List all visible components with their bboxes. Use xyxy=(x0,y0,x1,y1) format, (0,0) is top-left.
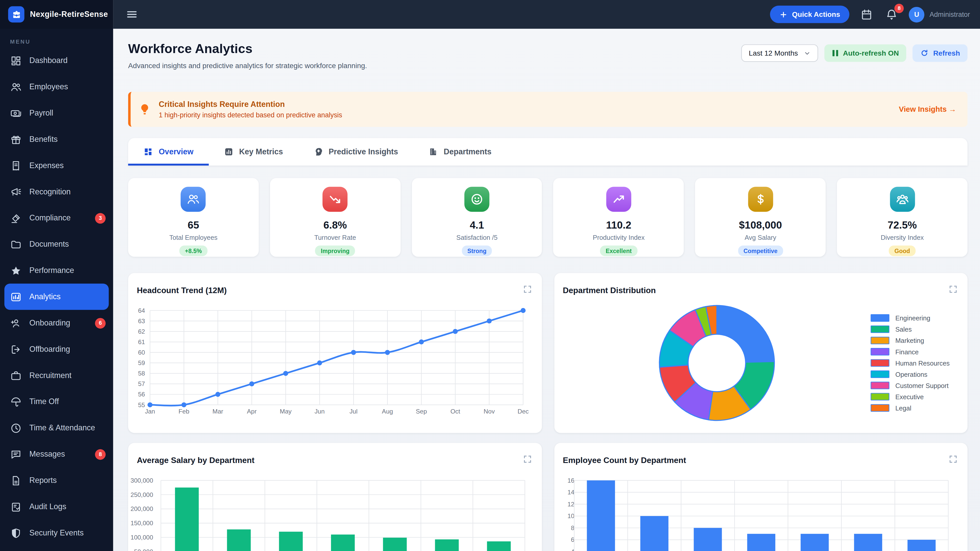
sidebar-item-expenses[interactable]: Expenses xyxy=(0,152,113,179)
sidebar: Nexgile-RetireSense MENU Dashboard Emplo… xyxy=(0,0,113,551)
svg-text:55: 55 xyxy=(138,402,145,408)
bar xyxy=(640,516,668,551)
headcount-series-line xyxy=(150,310,523,406)
briefcase-icon xyxy=(10,370,22,382)
svg-text:4: 4 xyxy=(571,548,574,551)
expand-icon[interactable] xyxy=(522,454,533,465)
legend-swatch xyxy=(870,359,889,367)
auto-refresh-toggle[interactable]: Auto-refresh ON xyxy=(824,44,907,62)
svg-text:63: 63 xyxy=(138,318,145,324)
svg-text:200,000: 200,000 xyxy=(130,506,153,513)
menu-toggle-button[interactable] xyxy=(123,6,141,23)
expand-icon[interactable] xyxy=(948,284,959,295)
quick-actions-button[interactable]: Quick Actions xyxy=(770,6,850,23)
sidebar-item-employees[interactable]: Employees xyxy=(0,74,113,100)
sidebar-item-audit-logs[interactable]: Audit Logs xyxy=(0,494,113,520)
refresh-button[interactable]: Refresh xyxy=(913,44,967,62)
file-icon xyxy=(10,475,22,486)
sidebar-item-compliance[interactable]: Compliance 3 xyxy=(0,205,113,231)
sidebar-item-analytics[interactable]: Analytics xyxy=(4,284,109,310)
legend-item-executive[interactable]: Executive xyxy=(870,391,950,402)
svg-text:300,000: 300,000 xyxy=(130,477,153,484)
sidebar-item-offboarding[interactable]: Offboarding xyxy=(0,336,113,362)
dollar-icon xyxy=(748,187,773,212)
calendar-icon[interactable] xyxy=(859,6,874,22)
shield-icon xyxy=(10,527,22,539)
brand-name: Nexgile-RetireSense xyxy=(30,10,108,19)
gift-icon xyxy=(10,133,22,145)
legend-item-finance[interactable]: Finance xyxy=(870,346,950,357)
svg-text:Dec: Dec xyxy=(517,408,529,415)
sidebar-item-time-off[interactable]: Time Off xyxy=(0,389,113,415)
sidebar-item-time-attendance[interactable]: Time & Attendance xyxy=(0,415,113,441)
sidebar-item-reports[interactable]: Reports xyxy=(0,467,113,494)
smile-icon xyxy=(465,187,490,212)
notification-count-badge: 8 xyxy=(894,3,904,13)
period-select[interactable]: Last 12 Months xyxy=(741,44,818,62)
legend-item-operations[interactable]: Operations xyxy=(870,368,950,380)
svg-text:Feb: Feb xyxy=(179,408,189,415)
pause-icon xyxy=(832,49,838,57)
legend-item-sales[interactable]: Sales xyxy=(870,324,950,335)
tab-departments[interactable]: Departments xyxy=(413,138,507,165)
employee-count-card: Employee Count by Department 16141210864 xyxy=(554,443,967,551)
view-insights-link[interactable]: View Insights → xyxy=(899,105,956,114)
app-window: Nexgile-RetireSense MENU Dashboard Emplo… xyxy=(0,0,980,551)
legend-swatch xyxy=(870,348,889,355)
scale-icon xyxy=(10,212,22,224)
sidebar-item-recognition[interactable]: Recognition xyxy=(0,179,113,205)
tab-predictive-insights[interactable]: Predictive Insights xyxy=(298,138,413,165)
sidebar-item-documents[interactable]: Documents xyxy=(0,231,113,257)
svg-text:14: 14 xyxy=(567,489,574,495)
stat-value: 72.5% xyxy=(888,219,917,231)
plus-icon xyxy=(780,10,788,18)
stat-label: Productivity Index xyxy=(593,233,645,241)
legend-item-customer-support[interactable]: Customer Support xyxy=(870,380,950,391)
svg-text:61: 61 xyxy=(138,338,145,345)
sidebar-item-messages[interactable]: Messages 8 xyxy=(0,441,113,467)
status-badge: +8.5% xyxy=(179,245,207,256)
receipt-icon xyxy=(10,160,22,171)
stat-value: $108,000 xyxy=(739,219,782,231)
expand-icon[interactable] xyxy=(948,454,959,465)
sidebar-item-payroll[interactable]: Payroll xyxy=(0,100,113,126)
tab-overview[interactable]: Overview xyxy=(128,138,208,165)
users-group-icon xyxy=(890,187,915,212)
sidebar-item-onboarding[interactable]: Onboarding 6 xyxy=(0,310,113,336)
page-subtitle: Advanced insights and predictive analyti… xyxy=(128,62,367,69)
stat-card-total-employees: 65 Total Employees +8.5% xyxy=(128,178,259,257)
sidebar-item-recruitment[interactable]: Recruitment xyxy=(0,362,113,389)
star-icon xyxy=(10,265,22,276)
stat-cards-row: 65 Total Employees +8.5% 6.8% Turnover R… xyxy=(128,178,967,257)
stat-value: 65 xyxy=(188,219,199,231)
headcount-line-chart: 64636261605958575655JanFebMarAprMayJunJu… xyxy=(128,273,542,433)
legend-item-engineering[interactable]: Engineering xyxy=(870,312,950,324)
bar xyxy=(487,541,511,551)
average-salary-card: Average Salary by Department 300,000250,… xyxy=(128,443,542,551)
sidebar-item-performance[interactable]: Performance xyxy=(0,257,113,284)
svg-text:Sep: Sep xyxy=(416,408,427,415)
legend-swatch xyxy=(870,314,889,322)
stat-label: Satisfaction /5 xyxy=(456,233,498,241)
svg-text:Apr: Apr xyxy=(247,408,256,415)
refresh-icon xyxy=(920,49,929,57)
stat-value: 4.1 xyxy=(470,219,484,231)
notifications-bell-icon[interactable]: 8 xyxy=(884,6,899,22)
svg-text:8: 8 xyxy=(571,524,574,531)
legend-item-human-resources[interactable]: Human Resources xyxy=(870,357,950,368)
expand-icon[interactable] xyxy=(522,284,533,295)
sidebar-item-benefits[interactable]: Benefits xyxy=(0,126,113,152)
trend-down-icon xyxy=(323,187,348,212)
brand[interactable]: Nexgile-RetireSense xyxy=(0,0,113,29)
donut-legend: Engineering Sales Marketing Finance Huma… xyxy=(870,312,950,413)
avatar[interactable]: U xyxy=(909,6,924,22)
sidebar-item-security-events[interactable]: Security Events xyxy=(0,520,113,546)
tab-key-metrics[interactable]: Key Metrics xyxy=(208,138,298,165)
svg-text:250,000: 250,000 xyxy=(130,491,153,498)
legend-item-marketing[interactable]: Marketing xyxy=(870,335,950,346)
stat-card-avg-salary: $108,000 Avg Salary Competitive xyxy=(695,178,826,257)
bar xyxy=(694,528,721,551)
legend-item-legal[interactable]: Legal xyxy=(870,402,950,413)
sidebar-item-dashboard[interactable]: Dashboard xyxy=(0,48,113,74)
menu-section-label: MENU xyxy=(10,39,113,45)
